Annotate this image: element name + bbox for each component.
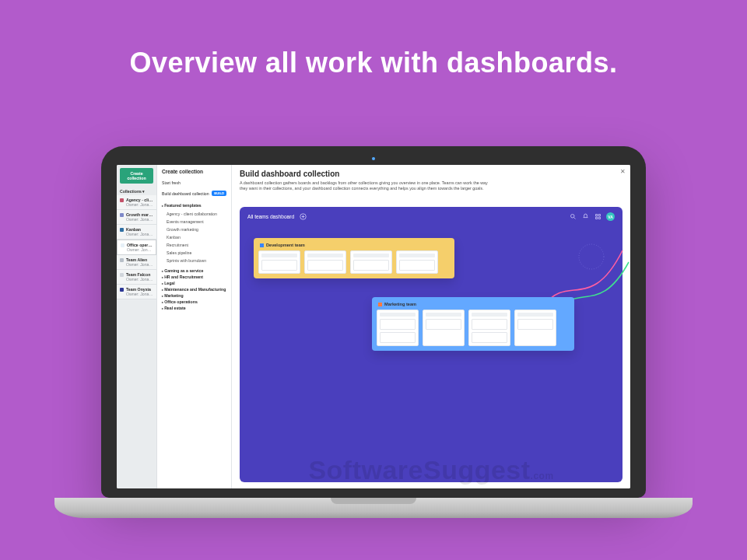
template-group[interactable]: Legal: [162, 281, 226, 285]
collection-item[interactable]: Growth marketing Owner: Jonathan: [117, 210, 156, 225]
kanban-column[interactable]: [514, 310, 556, 346]
main-title: Build dashboard collection: [240, 170, 622, 178]
collection-color-chip: [120, 198, 124, 202]
collection-owner: Owner: Jonathan: [126, 262, 153, 267]
bell-icon[interactable]: [581, 213, 589, 221]
board-development[interactable]: Development team: [254, 238, 454, 278]
kanban-column[interactable]: [258, 250, 300, 274]
board-color-chip: [378, 303, 382, 306]
board-marketing[interactable]: Marketing team: [372, 297, 574, 351]
preview-topbar: All teams dashboard: [240, 207, 622, 226]
collection-color-chip: [120, 228, 124, 232]
collection-color-chip: [120, 273, 124, 277]
collection-owner: Owner: Jonathan: [126, 217, 153, 222]
laptop-base: [54, 498, 693, 518]
kanban-column[interactable]: [423, 310, 465, 346]
collection-item[interactable]: Team Falcon Owner: Jonathan: [117, 270, 156, 285]
collection-owner: Owner: Jonathan: [126, 292, 153, 296]
collections-header[interactable]: Collections ▾: [120, 189, 153, 194]
template-item[interactable]: Agency - client collaboration: [162, 210, 226, 218]
collection-color-chip: [120, 258, 124, 262]
close-icon[interactable]: ✕: [620, 168, 626, 175]
collection-owner: Owner: Jonathan: [126, 202, 153, 207]
main-content: ✕ Build dashboard collection A dashboard…: [232, 165, 630, 488]
app-screen: Create collection Collections ▾ Agency -…: [117, 165, 630, 488]
board-title: Marketing team: [384, 302, 416, 306]
collections-sidebar: Create collection Collections ▾ Agency -…: [117, 165, 157, 488]
template-group[interactable]: HR and Recruitment: [162, 275, 226, 279]
featured-templates-header[interactable]: Featured templates: [162, 203, 226, 208]
collection-item[interactable]: Team Onyxia Owner: Jonathan: [117, 285, 156, 299]
hero-title: Overview all work with dashboards.: [0, 0, 747, 79]
create-collection-button[interactable]: Create collection: [120, 168, 153, 184]
svg-point-1: [570, 215, 574, 219]
template-group[interactable]: Marketing: [162, 293, 226, 298]
collection-item[interactable]: Team Alien Owner: Jonathan: [117, 255, 156, 270]
template-item[interactable]: Recruitment: [162, 241, 226, 249]
grid-icon[interactable]: [594, 213, 601, 221]
create-panel: Create collection Start fresh Build dash…: [157, 165, 232, 488]
collection-item[interactable]: Office operations Owner: Jonathan: [117, 240, 156, 255]
collection-owner: Owner: Jonathan: [127, 247, 153, 252]
collection-item[interactable]: Kanban Owner: Jonathan: [117, 225, 156, 240]
webcam-dot: [372, 157, 375, 160]
main-description: A dashboard collection gathers boards an…: [240, 180, 489, 192]
kanban-column[interactable]: [396, 250, 438, 274]
template-group[interactable]: Real estate: [162, 306, 226, 310]
collection-color-chip: [121, 243, 124, 247]
kanban-column[interactable]: [377, 310, 419, 346]
preview-title: All teams dashboard: [247, 214, 294, 219]
add-icon[interactable]: [299, 213, 307, 221]
svg-point-2: [579, 244, 604, 269]
collection-item[interactable]: Agency - client Owner: Jonathan: [117, 195, 156, 210]
kanban-column[interactable]: [468, 310, 510, 346]
laptop-bezel: Create collection Collections ▾ Agency -…: [101, 146, 646, 498]
template-group[interactable]: Maintenance and Manufacturing: [162, 287, 226, 292]
board-color-chip: [260, 243, 264, 247]
start-fresh-link[interactable]: Start fresh: [162, 179, 226, 187]
build-badge: BUILD: [212, 191, 226, 196]
dashboard-preview: All teams dashboard: [240, 207, 622, 482]
laptop-mockup: Create collection Collections ▾ Agency -…: [101, 146, 646, 518]
collection-color-chip: [120, 288, 124, 292]
build-dashboard-option[interactable]: Build dashboard collection BUILD: [162, 189, 226, 198]
collection-color-chip: [120, 213, 124, 217]
template-item[interactable]: Events management: [162, 218, 226, 226]
template-group[interactable]: Office operations: [162, 299, 226, 304]
template-item[interactable]: Growth marketing: [162, 226, 226, 233]
collection-owner: Owner: Jonathan: [126, 232, 153, 236]
build-dashboard-label: Build dashboard collection: [162, 191, 209, 196]
template-group[interactable]: Gaming as a service: [162, 268, 226, 273]
avatar[interactable]: VA: [606, 212, 615, 221]
search-icon[interactable]: [569, 213, 577, 221]
create-panel-title: Create collection: [162, 169, 226, 174]
template-item[interactable]: Kanban: [162, 233, 226, 241]
board-title: Development team: [266, 243, 305, 247]
collection-owner: Owner: Jonathan: [126, 277, 153, 282]
template-item[interactable]: Sprints with burndown: [162, 257, 226, 264]
kanban-column[interactable]: [350, 250, 392, 274]
kanban-column[interactable]: [304, 250, 346, 274]
template-item[interactable]: Sales pipeline: [162, 249, 226, 257]
